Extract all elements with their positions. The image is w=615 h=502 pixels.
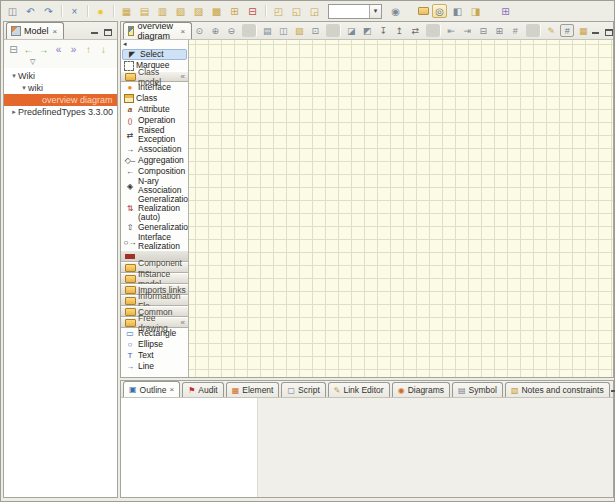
grid-view-icon[interactable]: ⊞ (498, 4, 513, 18)
diagram-canvas[interactable] (189, 40, 613, 377)
zoom-fit-icon[interactable]: ⊙ (192, 24, 206, 37)
redo-icon[interactable]: ↷ (41, 4, 56, 18)
generalization-realization-auto-tool[interactable]: ⇅ Generalizatio... Realization (auto) (121, 195, 188, 222)
tab-model[interactable]: Model × (6, 22, 64, 39)
external-tools-icon[interactable]: × (67, 4, 82, 18)
drawer-pin-icon[interactable]: « (181, 318, 187, 327)
show-symbol-view-icon[interactable]: ◨ (468, 4, 483, 18)
close-icon[interactable]: × (170, 385, 175, 394)
link-with-explorer-icon[interactable]: ◎ (432, 4, 447, 18)
forward-icon[interactable]: → (37, 43, 50, 56)
previous-reference-icon[interactable]: « (52, 43, 65, 56)
minimize-button[interactable] (610, 385, 615, 394)
copy-format-icon[interactable]: ◩ (360, 24, 374, 37)
tab-link-editor[interactable]: ✎ Link Editor (328, 382, 390, 397)
attribute-tool[interactable]: a Attribute (121, 104, 188, 115)
expander-icon[interactable]: ▾ (10, 72, 18, 80)
align-left-icon[interactable]: ⇤ (444, 24, 458, 37)
show-smart-links-icon[interactable]: ▦ (576, 24, 590, 37)
maximize-button[interactable] (103, 27, 113, 36)
filter-icon[interactable]: ◗ (112, 43, 117, 56)
class-tool[interactable]: Class (121, 93, 188, 104)
expander-icon[interactable]: ▸ (10, 108, 18, 116)
view-menu-arrow[interactable]: ▽ (4, 58, 117, 68)
create-state-diagram-icon[interactable]: ▧ (173, 4, 188, 18)
bring-to-front-icon[interactable]: ↥ (392, 24, 406, 37)
tree-item-wiki-model[interactable]: ▾ wiki (4, 82, 117, 94)
select-tool[interactable]: ◤ Select (122, 49, 187, 60)
class-model-drawer[interactable]: Class model « (121, 71, 188, 82)
move-up-icon[interactable]: ↑ (82, 43, 95, 56)
tab-notes-and-constraints[interactable]: ▧ Notes and constraints (505, 382, 610, 397)
create-sequence-diagram-icon[interactable]: ▤ (137, 4, 152, 18)
close-icon[interactable]: × (53, 27, 58, 36)
create-object-diagram-icon[interactable]: ⊟ (245, 4, 260, 18)
create-usecase-diagram-icon[interactable]: ▥ (155, 4, 170, 18)
interface-realization-tool[interactable]: ○→ Interface Realization (121, 233, 188, 251)
minimize-button[interactable] (590, 27, 600, 36)
new-interface-icon[interactable]: ◲ (307, 4, 322, 18)
chevron-down-icon[interactable]: ▾ (369, 5, 381, 18)
information-flow-drawer[interactable]: Information Flo... (121, 295, 188, 306)
raised-exception-tool[interactable]: ⇄ Raised Exception (121, 126, 188, 144)
context-combo[interactable]: ▾ (328, 4, 382, 19)
ellipse-tool[interactable]: ○ Ellipse (121, 339, 188, 350)
back-icon[interactable]: ← (22, 43, 35, 56)
create-deployment-diagram-icon[interactable]: ▩ (209, 4, 224, 18)
save-image-icon[interactable]: ◫ (276, 24, 290, 37)
tab-overview-diagram[interactable]: overview diagram × (123, 22, 192, 39)
send-to-back-icon[interactable]: ↧ (376, 24, 390, 37)
drawer-pin-icon[interactable]: « (181, 72, 187, 81)
text-tool[interactable]: T Text (121, 350, 188, 361)
undo-icon[interactable]: ↶ (23, 4, 38, 18)
edit-links-icon[interactable]: ✎ (544, 24, 558, 37)
tab-symbol[interactable]: ▤ Symbol (452, 382, 503, 397)
create-class-diagram-icon[interactable]: ▦ (119, 4, 134, 18)
tree-item-wiki-project[interactable]: ▾ Wiki (4, 70, 117, 82)
create-component-diagram-icon[interactable]: ⊞ (227, 4, 242, 18)
zoom-out-icon[interactable]: ⊖ (224, 24, 238, 37)
association-tool[interactable]: → Association (121, 144, 188, 155)
next-reference-icon[interactable]: » (67, 43, 80, 56)
expander-icon[interactable]: ▾ (20, 84, 28, 92)
palette-collapse-icon[interactable]: ◂ (121, 40, 188, 49)
align-middle-icon[interactable]: ⊟ (476, 24, 490, 37)
diagram-properties-icon[interactable]: ▧ (292, 24, 306, 37)
align-right-icon[interactable]: ⇥ (460, 24, 474, 37)
paste-format-icon[interactable]: ◪ (344, 24, 358, 37)
instance-model-drawer[interactable]: Instance model (121, 273, 188, 284)
rectangle-tool[interactable]: ▭ Rectangle (121, 328, 188, 339)
aggregation-tool[interactable]: ◇– Aggregation (121, 155, 188, 166)
open-folder-icon[interactable] (418, 7, 429, 15)
show-mda-browser-icon[interactable]: ◧ (450, 4, 465, 18)
tab-outline[interactable]: ▣ Outline × (123, 381, 180, 397)
save-icon[interactable]: ◫ (5, 4, 20, 18)
new-class-icon[interactable]: ◱ (289, 4, 304, 18)
new-package-icon[interactable]: ◰ (271, 4, 286, 18)
interface-tool[interactable]: ● Interface (121, 82, 188, 93)
show-frame-icon[interactable]: ⊡ (308, 24, 322, 37)
create-activity-diagram-icon[interactable]: ▨ (191, 4, 206, 18)
audit-hint-icon[interactable]: ● (93, 4, 108, 18)
tab-element[interactable]: ▦ Element (226, 382, 280, 397)
zoom-in-icon[interactable]: ⊕ (208, 24, 222, 37)
maximize-button[interactable] (604, 27, 614, 36)
collapse-all-icon[interactable]: ⊟ (7, 43, 20, 56)
tree-item-overview-diagram-selected[interactable]: overview diagram (4, 94, 117, 106)
tree-item-predefined-types[interactable]: ▸ PredefinedTypes 3.3.00 (4, 106, 117, 118)
print-icon[interactable]: ▤ (260, 24, 274, 37)
nary-association-tool[interactable]: ◈ N-ary Association (121, 177, 188, 195)
line-tool[interactable]: → Line (121, 361, 188, 372)
tab-diagrams[interactable]: ◉ Diagrams (392, 382, 450, 397)
free-drawing-drawer[interactable]: Free drawing « (121, 317, 188, 328)
search-icon[interactable]: ◉ (388, 4, 403, 18)
snap-to-grid-icon[interactable]: # (560, 24, 574, 37)
minimize-button[interactable] (89, 27, 99, 36)
tab-script[interactable]: ▢ Script (281, 382, 325, 397)
outline-content[interactable] (121, 398, 257, 497)
swap-icon[interactable]: ⇄ (408, 24, 422, 37)
distribute-icon[interactable]: ⊞ (492, 24, 506, 37)
move-down-icon[interactable]: ↓ (97, 43, 110, 56)
tab-audit[interactable]: ⚑ Audit (182, 382, 224, 397)
grid-icon[interactable]: # (508, 24, 522, 37)
